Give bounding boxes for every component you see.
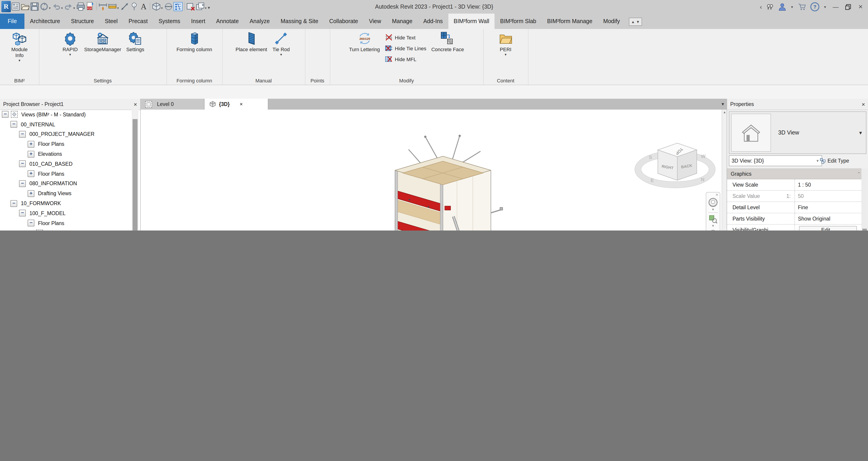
property-row[interactable]: Visibility/Graphi...Edit...: [727, 225, 862, 231]
restore-button[interactable]: [845, 3, 851, 10]
switch-windows-icon[interactable]: [195, 1, 205, 12]
thin-lines-icon[interactable]: [173, 1, 183, 12]
edit-type-button[interactable]: Edit Type: [820, 155, 867, 166]
ribbon-tab-steel[interactable]: Steel: [99, 13, 123, 29]
ribbon-group-label-modify[interactable]: Modify: [330, 78, 483, 83]
scrollbar-thumb[interactable]: [862, 229, 867, 231]
undo-icon[interactable]: [52, 1, 61, 12]
zoom-dropdown-icon[interactable]: ▼: [711, 224, 715, 227]
zoom-icon[interactable]: [708, 214, 718, 224]
tree-item[interactable]: Level -1: [0, 228, 131, 231]
ribbon-tab-bim-form-manage[interactable]: BIM²form Manage: [542, 13, 598, 29]
tree-item[interactable]: +Elevations: [0, 149, 131, 159]
cart-icon[interactable]: [798, 3, 806, 11]
ribbon-collapse-button[interactable]: ▲▼: [629, 18, 642, 26]
redo-dropdown-icon[interactable]: ▼: [73, 7, 75, 9]
ribbon-tab-precast[interactable]: Precast: [123, 13, 153, 29]
collapse-icon[interactable]: −: [19, 131, 26, 138]
tree-item[interactable]: −100_F_MODEL: [0, 208, 131, 218]
switch-windows-dropdown-icon[interactable]: ▼: [205, 7, 207, 9]
ribbon-group-label-settings[interactable]: Settings: [39, 78, 166, 83]
view-tab-close-icon[interactable]: ×: [240, 101, 243, 107]
hide-tie-lines-button[interactable]: Hide Tie Lines: [385, 45, 426, 52]
tree-item[interactable]: −10_FORMWORK: [0, 198, 131, 208]
settings-button[interactable]: Settings: [123, 31, 148, 53]
measure-icon[interactable]: [98, 1, 108, 12]
tree-item[interactable]: −Floor Plans: [0, 218, 131, 228]
collapse-icon[interactable]: −: [2, 111, 9, 118]
ribbon-tab-insert[interactable]: Insert: [186, 13, 211, 29]
canvas-vertical-scrollbar[interactable]: ▲ ▼: [722, 110, 727, 231]
sync-with-central-icon[interactable]: [39, 1, 49, 12]
close-button[interactable]: ×: [856, 3, 866, 11]
expand-icon[interactable]: +: [28, 141, 34, 148]
revit-logo-icon[interactable]: R: [1, 1, 11, 12]
type-selector-dropdown-icon[interactable]: ▼: [858, 130, 863, 135]
properties-scrollbar[interactable]: [862, 169, 868, 231]
property-row[interactable]: View Scale1 : 50: [727, 179, 862, 191]
search-icon[interactable]: [766, 3, 774, 11]
ribbon-tab-bim-form-slab[interactable]: BIM²form Slab: [495, 13, 542, 29]
close-hidden-windows-icon[interactable]: [186, 1, 195, 12]
tree-item[interactable]: −080_INFORMATION: [0, 179, 131, 189]
type-filter-combo[interactable]: 3D View: {3D} ▼: [729, 155, 822, 166]
text-note-icon[interactable]: A: [139, 1, 148, 12]
sync-dropdown-icon[interactable]: ▼: [49, 7, 51, 9]
tree-item[interactable]: +Drafting Views: [0, 189, 131, 199]
expand-icon[interactable]: +: [28, 150, 34, 157]
scroll-up-icon[interactable]: ▲: [723, 111, 726, 114]
tree-item[interactable]: +Floor Plans: [0, 139, 131, 149]
tree-item[interactable]: −000_PROJECT_MANAGER: [0, 129, 131, 139]
tree-item[interactable]: +Floor Plans: [0, 169, 131, 179]
undo-dropdown-icon[interactable]: ▼: [61, 7, 63, 9]
default-3d-view-icon[interactable]: [152, 1, 161, 12]
expand-icon[interactable]: +: [28, 170, 34, 177]
hide-mfl-button[interactable]: Hide MFL: [385, 55, 426, 63]
project-browser-close-icon[interactable]: ×: [134, 101, 137, 108]
concrete-face-button[interactable]: Concrete Face: [430, 31, 466, 53]
property-value[interactable]: Fine: [798, 205, 808, 210]
model-canvas[interactable]: S E N W TOP RIGHT BACK: [141, 110, 722, 231]
ribbon-tab-file[interactable]: File: [0, 13, 25, 29]
place-element-button[interactable]: Place element: [234, 31, 269, 53]
ribbon-group-label-points[interactable]: Points: [305, 78, 330, 83]
navbar-close-icon[interactable]: ✕: [716, 193, 718, 197]
type-selector[interactable]: 3D View ▼: [729, 111, 866, 154]
forming-column-button[interactable]: Forming column: [175, 31, 214, 53]
steering-wheel-icon[interactable]: [708, 197, 718, 208]
scrollbar-thumb[interactable]: [132, 119, 137, 231]
tag-icon[interactable]: 1: [129, 1, 139, 12]
ribbon-group-label-manual[interactable]: Manual: [222, 78, 305, 83]
peri-button[interactable]: PERI ▼: [493, 31, 518, 57]
minimize-button[interactable]: —: [831, 3, 841, 10]
section-icon[interactable]: [164, 1, 173, 12]
formwork-column[interactable]: KICKER 210 KICKER 210 KICKER 210 KICKER …: [358, 135, 583, 231]
collapse-icon[interactable]: −: [19, 210, 26, 217]
ui-view-icon[interactable]: [11, 1, 20, 12]
properties-header[interactable]: Properties ×: [727, 99, 868, 110]
ribbon-tab-bim-form-wall[interactable]: BIM²form Wall: [448, 13, 495, 29]
steering-wheel-dropdown-icon[interactable]: ▼: [711, 208, 715, 211]
ribbon-tab-modify[interactable]: Modify: [598, 13, 625, 29]
dimension-icon[interactable]: [108, 1, 117, 12]
signin-dropdown-icon[interactable]: ▼: [790, 5, 794, 8]
collapse-icon[interactable]: −: [19, 161, 26, 167]
collapse-icon[interactable]: −: [28, 220, 34, 226]
expand-icon[interactable]: +: [28, 190, 34, 197]
property-value[interactable]: Show Original: [798, 216, 830, 222]
ribbon-tab-view[interactable]: View: [364, 13, 386, 29]
print-icon[interactable]: [76, 1, 86, 12]
hide-text-button[interactable]: 125 Hide Text: [385, 33, 426, 41]
pdf-export-icon[interactable]: PDF: [86, 1, 95, 12]
qat-customize-icon[interactable]: ▼: [207, 6, 211, 10]
ribbon-group-label-content[interactable]: Content: [483, 78, 528, 83]
tie-rod-button[interactable]: Tie Rod ▼: [269, 31, 293, 57]
property-row[interactable]: Scale Value1:50: [727, 191, 862, 202]
ribbon-tab-collaborate[interactable]: Collaborate: [324, 13, 364, 29]
rapid-button[interactable]: RAPID ▼: [58, 31, 82, 57]
help-icon[interactable]: ?: [810, 2, 819, 11]
property-value[interactable]: 50: [798, 193, 804, 199]
help-dropdown-icon[interactable]: ▼: [824, 5, 827, 8]
dimension-dropdown-icon[interactable]: ▼: [117, 7, 119, 9]
property-section-graphics[interactable]: Graphicsˆ: [727, 169, 862, 179]
